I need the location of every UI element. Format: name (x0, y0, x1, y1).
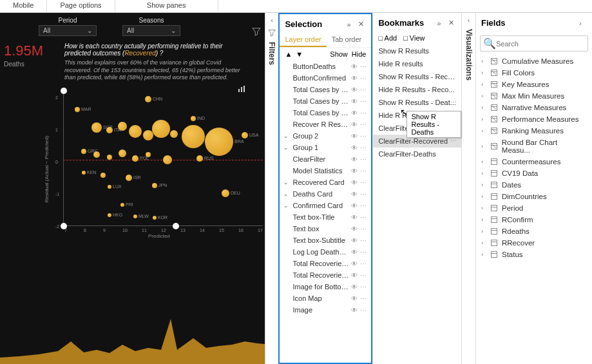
selection-item[interactable]: Total Cases by Status ...👁⋯ (280, 95, 371, 107)
selection-item[interactable]: Total Cases by Status ...👁⋯ (280, 107, 371, 119)
selection-item[interactable]: Text box👁⋯ (280, 223, 371, 235)
bookmark-item[interactable]: ClearFilter-Deaths (373, 148, 461, 160)
add-bookmark-button[interactable]: □ Add (378, 34, 397, 42)
data-point[interactable] (153, 216, 157, 220)
tab-tab-order[interactable]: Tab order (327, 33, 367, 47)
field-table[interactable]: ›RConfirm (476, 214, 592, 225)
selection-item[interactable]: ⌄Group 1👁⋯ (280, 142, 371, 153)
visibility-icon[interactable]: 👁 (351, 272, 358, 279)
ribbon-page-options[interactable]: Page options (47, 0, 115, 12)
data-point[interactable] (119, 149, 126, 157)
chevron-right-icon[interactable]: › (481, 143, 486, 149)
more-icon[interactable]: ⋯ (360, 202, 367, 209)
data-point[interactable] (242, 132, 248, 139)
search-input[interactable] (496, 40, 585, 48)
move-up-icon[interactable]: ▲ (285, 50, 292, 58)
expand-icon[interactable]: ⌄ (283, 202, 290, 209)
view-bookmark-button[interactable]: □ View (403, 34, 425, 42)
field-table[interactable]: ›Performance Measures (476, 113, 592, 125)
bookmark-item[interactable]: Hide R Results - Reco... (373, 83, 461, 96)
field-table[interactable]: ›Period (476, 202, 592, 214)
data-point[interactable] (222, 189, 229, 197)
visibility-icon[interactable]: 👁 (351, 214, 358, 221)
data-point[interactable] (182, 125, 205, 148)
visibility-icon[interactable]: 👁 (351, 98, 358, 105)
visibility-icon[interactable]: 👁 (351, 249, 358, 256)
more-icon[interactable]: ⋯ (360, 168, 367, 175)
selection-item[interactable]: Model Statistics👁⋯ (280, 165, 371, 177)
slicer-period[interactable]: Period All⌄ (39, 17, 97, 36)
data-point[interactable] (146, 152, 151, 157)
data-point[interactable] (91, 122, 102, 133)
close-icon[interactable]: ✕ (358, 20, 366, 28)
data-point[interactable] (106, 127, 113, 133)
visibility-icon[interactable]: 👁 (351, 191, 358, 198)
chevron-right-icon[interactable]: › (481, 193, 486, 200)
data-point[interactable] (152, 120, 170, 138)
expand-icon[interactable]: » (347, 21, 354, 28)
chevron-right-icon[interactable]: › (481, 158, 486, 165)
selection-item[interactable]: Image👁⋯ (280, 304, 371, 316)
more-icon[interactable]: ⋯ (360, 144, 367, 151)
field-table[interactable]: ›DimCountries (476, 191, 592, 202)
data-point[interactable] (196, 155, 203, 162)
more-icon[interactable]: ⋯ (360, 110, 367, 117)
more-icon[interactable]: ⋯ (360, 272, 367, 279)
data-point[interactable] (191, 116, 196, 121)
data-point[interactable] (126, 175, 132, 181)
visibility-icon[interactable]: 👁 (351, 202, 358, 209)
visibility-icon[interactable]: 👁 (351, 156, 358, 163)
data-point[interactable] (152, 183, 157, 188)
field-table[interactable]: ›Cumulative Measures (476, 55, 592, 67)
chevron-right-icon[interactable]: › (481, 228, 486, 235)
field-table[interactable]: ›Key Measures (476, 79, 592, 90)
slicer-seasons[interactable]: Seasons All⌄ (122, 17, 180, 36)
move-down-icon[interactable]: ▼ (296, 50, 303, 58)
field-table[interactable]: ›Round Bar Chart Measu... (476, 137, 592, 156)
selection-item[interactable]: Total Cases by Status ...👁⋯ (280, 84, 371, 95)
bookmark-item[interactable]: Show R Results - Reco... (373, 70, 461, 83)
tab-layer-order[interactable]: Layer order (280, 33, 326, 47)
data-point[interactable] (82, 171, 86, 175)
chevron-right-icon[interactable]: › (481, 116, 486, 122)
field-table[interactable]: ›Status (476, 249, 592, 260)
expand-icon[interactable]: ⌄ (283, 144, 290, 151)
field-table[interactable]: ›Dates (476, 179, 592, 191)
more-icon[interactable]: ⋯ (360, 260, 367, 267)
visibility-icon[interactable]: 👁 (351, 86, 358, 93)
data-point[interactable] (100, 173, 106, 178)
more-icon[interactable]: ⋯ (360, 156, 367, 163)
more-icon[interactable]: ⋯ (360, 133, 367, 140)
expand-icon[interactable]: ⌄ (283, 191, 290, 197)
more-icon[interactable]: ⋯ (360, 191, 367, 198)
chevron-right-icon[interactable]: › (481, 70, 486, 76)
data-point[interactable] (108, 213, 111, 217)
field-table[interactable]: ›Fill Colors (476, 67, 592, 79)
visibility-icon[interactable]: 👁 (351, 63, 358, 70)
more-icon[interactable]: ⋯ (360, 63, 367, 70)
field-table[interactable]: ›RRecover (476, 237, 592, 249)
selection-item[interactable]: ButtonConfirmed👁⋯ (280, 72, 371, 84)
selection-item[interactable]: ClearFilter👁⋯ (280, 153, 371, 165)
visibility-icon[interactable]: 👁 (351, 179, 358, 186)
visibility-icon[interactable]: 👁 (351, 110, 358, 117)
visibility-icon[interactable]: 👁 (351, 75, 358, 82)
visibility-icon[interactable]: 👁 (351, 260, 358, 267)
expand-icon[interactable]: » (437, 19, 444, 27)
data-point[interactable] (75, 107, 80, 112)
selection-item[interactable]: ButtonDeaths👁⋯ (280, 61, 371, 72)
selection-item[interactable]: ⌄Recovered Card👁⋯ (280, 177, 371, 188)
chevron-right-icon[interactable]: › (481, 104, 486, 111)
chevron-right-icon[interactable]: › (481, 251, 486, 258)
selection-item[interactable]: Total Recoveries by C...👁⋯ (280, 258, 371, 269)
filter-icon[interactable] (252, 27, 261, 36)
field-table[interactable]: ›Narrative Measures (476, 102, 592, 113)
selection-item[interactable]: Image for Bottom Vis...👁⋯ (280, 281, 371, 292)
data-point[interactable] (145, 96, 151, 102)
chevron-right-icon[interactable]: › (481, 81, 486, 88)
visibility-icon[interactable]: 👁 (351, 307, 358, 314)
visibility-icon[interactable]: 👁 (351, 168, 358, 175)
more-icon[interactable]: ⋯ (360, 214, 367, 221)
scatter-plot[interactable]: Residual (Actual − Predicted) MARCHNINDS… (0, 90, 265, 238)
chevron-right-icon[interactable]: › (481, 170, 486, 177)
